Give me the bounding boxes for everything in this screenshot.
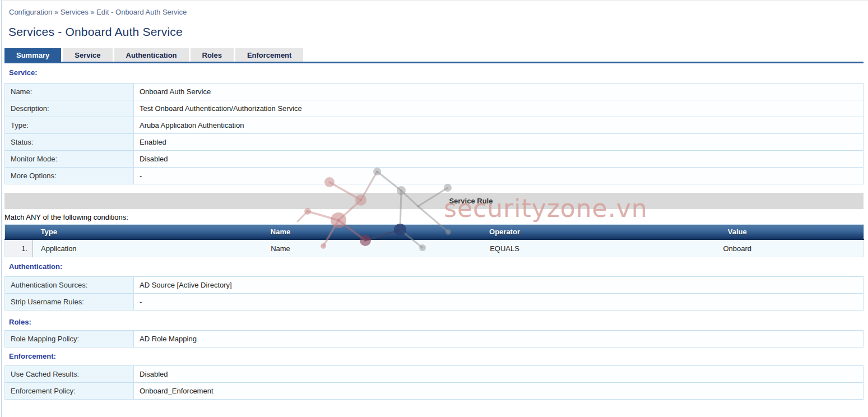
page-left-border: [1, 1, 2, 417]
tab-roles[interactable]: Roles: [191, 48, 234, 62]
table-row: Authentication Sources: AD Source [Activ…: [5, 277, 864, 294]
table-row: Status: Enabled: [5, 134, 864, 151]
condition-type: Application: [33, 239, 163, 257]
table-row: Enforcement Policy: Onboard_Enforcement: [5, 383, 864, 400]
condition-row-number: 1.: [5, 239, 33, 257]
condition-value: Onboard: [611, 239, 864, 257]
roles-section-heading: Roles:: [9, 318, 31, 326]
condition-row: 1. Application Name EQUALS Onboard: [5, 239, 864, 257]
row-value: Test Onboard Authentication/Authorizatio…: [134, 100, 864, 117]
row-label: Description:: [5, 100, 134, 117]
authentication-section-heading: Authentication:: [9, 262, 62, 271]
table-row: Type: Aruba Application Authentication: [5, 117, 864, 134]
tab-enforcement[interactable]: Enforcement: [235, 48, 303, 62]
row-value: Disabled: [134, 151, 864, 168]
roles-table: Role Mapping Policy: AD Role Mapping: [4, 330, 864, 347]
row-label: Monitor Mode:: [5, 151, 134, 168]
row-value: Onboard_Enforcement: [134, 383, 864, 400]
service-rule-bar-title: Service Rule: [449, 197, 493, 205]
condition-name: Name: [163, 239, 398, 257]
row-value: Disabled: [134, 366, 864, 383]
breadcrumb[interactable]: Configuration » Services » Edit - Onboar…: [9, 8, 187, 16]
enforcement-table: Use Cached Results: Disabled Enforcement…: [4, 365, 864, 400]
row-value: AD Source [Active Directory]: [134, 277, 864, 294]
row-label: Strip Username Rules:: [5, 294, 134, 311]
col-header-operator: Operator: [398, 225, 611, 240]
authentication-table: Authentication Sources: AD Source [Activ…: [4, 276, 864, 311]
row-value: -: [134, 294, 864, 311]
tab-summary[interactable]: Summary: [4, 48, 61, 62]
table-row: Name: Onboard Auth Service: [5, 84, 864, 100]
match-conditions-text: Match ANY of the following conditions:: [4, 213, 128, 221]
row-label: Enforcement Policy:: [5, 383, 134, 400]
service-section-heading: Service:: [9, 68, 38, 77]
col-header-value: Value: [611, 225, 864, 240]
service-rule-bar: Service Rule: [4, 193, 864, 209]
row-label: Use Cached Results:: [5, 366, 134, 383]
enforcement-section-heading: Enforcement:: [9, 352, 56, 360]
row-label: Role Mapping Policy:: [5, 331, 134, 347]
row-value: Enabled: [134, 134, 864, 151]
conditions-header-row: Type Name Operator Value: [5, 225, 864, 240]
table-row: More Options: -: [5, 168, 864, 184]
col-header-type: Type: [33, 225, 163, 240]
row-value: -: [134, 168, 864, 184]
tab-authentication[interactable]: Authentication: [114, 48, 189, 62]
row-label: Status:: [5, 134, 134, 151]
service-rule-conditions-table: Type Name Operator Value 1. Application …: [4, 224, 864, 257]
tab-bar: Summary Service Authentication Roles Enf…: [4, 48, 864, 63]
table-row: Role Mapping Policy: AD Role Mapping: [5, 331, 864, 347]
row-value: Aruba Application Authentication: [134, 117, 864, 134]
tab-service[interactable]: Service: [63, 48, 112, 62]
row-label: More Options:: [5, 168, 134, 184]
table-row: Strip Username Rules: -: [5, 294, 864, 311]
row-value: AD Role Mapping: [134, 331, 864, 347]
table-row: Description: Test Onboard Authentication…: [5, 100, 864, 117]
table-row: Use Cached Results: Disabled: [5, 366, 864, 383]
col-header-num: [5, 225, 33, 240]
col-header-name: Name: [163, 225, 398, 240]
condition-operator: EQUALS: [398, 239, 611, 257]
row-label: Name:: [5, 84, 134, 100]
row-label: Type:: [5, 117, 134, 134]
row-value: Onboard Auth Service: [134, 84, 864, 100]
table-row: Monitor Mode: Disabled: [5, 151, 864, 168]
service-summary-table: Name: Onboard Auth Service Description: …: [4, 83, 864, 184]
page-title: Services - Onboard Auth Service: [8, 25, 183, 39]
row-label: Authentication Sources:: [5, 277, 134, 294]
